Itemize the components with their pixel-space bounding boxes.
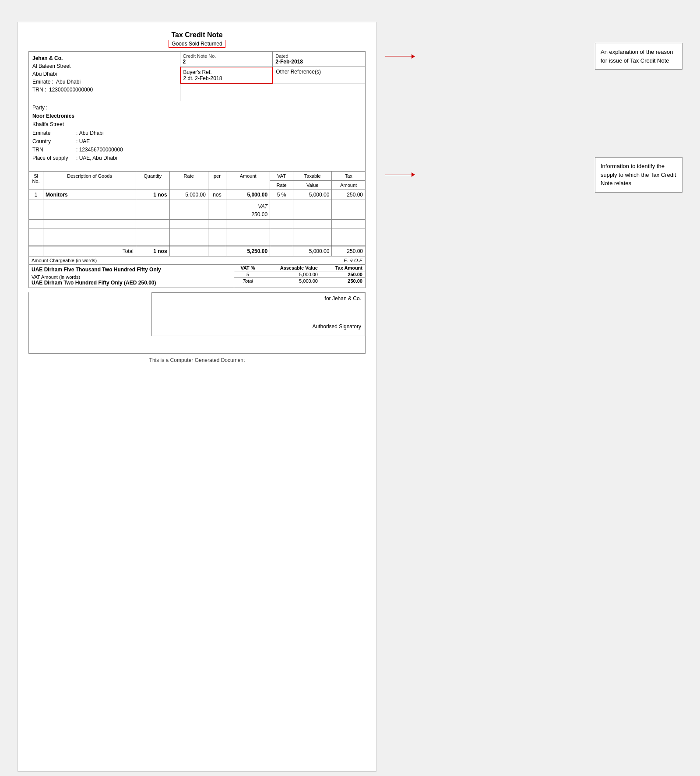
arrowhead-1 <box>412 54 415 59</box>
tax-summary-header: VAT % Assesable Value Tax Amount <box>234 265 365 271</box>
party-section: Party : Noor Electronics Khalifa Street … <box>28 101 366 171</box>
tax-row-vat-pct: 5 <box>234 271 261 277</box>
th-tax-amount-sum: Tax Amount <box>320 265 365 271</box>
th-taxable-2: Value <box>293 181 332 190</box>
subtitle-box: Goods Sold Returned <box>169 40 225 48</box>
th-assessable-value: Assesable Value <box>261 265 320 271</box>
content-area: Tax Credit Note Goods Sold Returned Jeha… <box>18 22 682 772</box>
table-row: 1 Monitors 1 nos 5,000.00 nos 5,000.00 5… <box>29 190 366 200</box>
tax-summary-row: 5 5,000.00 250.00 <box>234 271 365 277</box>
th-rate: Rate <box>169 172 208 190</box>
annotation-box-1: An explanation of the reason for issue o… <box>595 43 682 70</box>
party-trn-row: TRN : 123456700000000 <box>32 146 362 154</box>
total-amount: 5,250.00 <box>226 246 270 256</box>
total-row: Total 1 nos 5,250.00 5,000.00 250.00 <box>29 246 366 256</box>
total-taxable: 5,000.00 <box>293 246 332 256</box>
arrowhead-2 <box>412 172 415 177</box>
cn-other-ref-value <box>276 75 362 81</box>
vat-amount-label: VAT Amount (in words) <box>32 274 231 280</box>
seller-info: Jehan & Co. Al Bateen Street Abu Dhabi E… <box>29 52 180 101</box>
vat-label-cell: VAT 250.00 <box>226 200 270 220</box>
cn-top-row: Credit Note No. 2 Dated 2-Feb-2018 <box>180 52 365 67</box>
th-taxable: Taxable <box>293 172 332 181</box>
footer-words-section: UAE Dirham Five Thousand Two Hundred Fif… <box>29 265 234 288</box>
cn-dated-field: Dated 2-Feb-2018 <box>273 52 365 67</box>
th-vat-pct: VAT % <box>234 265 261 271</box>
party-trn-value: 123456700000000 <box>79 146 362 154</box>
page-wrapper: Tax Credit Note Goods Sold Returned Jeha… <box>9 9 691 776</box>
authorised-signatory: Authorised Signatory <box>155 323 361 330</box>
arrow-line-1 <box>385 56 412 56</box>
item-amount: 5,000.00 <box>226 190 270 200</box>
items-table: SlNo. Description of Goods Quantity Rate… <box>28 171 366 256</box>
party-country-label: Country <box>32 137 76 146</box>
spacer-row-1 <box>29 220 366 228</box>
party-name: Noor Electronics <box>32 112 362 120</box>
annotation-2-row: Information to identify the supply to wh… <box>385 157 682 193</box>
item-per: nos <box>208 190 226 200</box>
annotations-area: An explanation of the reason for issue o… <box>385 22 682 772</box>
seller-name: Jehan & Co. <box>32 54 176 62</box>
footer-main-row: UAE Dirham Five Thousand Two Hundred Fif… <box>29 265 365 288</box>
header-section: Jehan & Co. Al Bateen Street Abu Dhabi E… <box>28 51 366 101</box>
party-country-row: Country : UAE <box>32 137 362 146</box>
th-quantity: Quantity <box>136 172 170 190</box>
eoe-label: E. & O.E <box>344 258 362 263</box>
party-emirate-label: Emirate <box>32 129 76 137</box>
cn-other-ref-field: Other Reference(s) <box>273 67 365 84</box>
th-vat-rate-2: Rate <box>270 181 293 190</box>
arrow-1 <box>385 54 595 59</box>
item-rate: 5,000.00 <box>169 190 208 200</box>
cn-number-value: 2 <box>183 59 270 65</box>
cn-buyer-ref-value: 2 dt. 2-Feb-2018 <box>183 75 270 81</box>
party-country-value: UAE <box>79 137 362 146</box>
party-trn-label: TRN <box>32 146 76 154</box>
total-label: Total <box>43 246 136 256</box>
th-tax-amount-2: Amount <box>332 181 366 190</box>
total-quantity: 1 nos <box>136 246 170 256</box>
th-description: Description of Goods <box>43 172 136 190</box>
cn-dated-label: Dated <box>275 53 362 59</box>
seller-city: Abu Dhabi <box>32 70 176 78</box>
spacer-row-3 <box>29 237 366 246</box>
signature-for: for Jehan & Co. <box>155 295 361 302</box>
tax-total-tax-amount: 250.00 <box>320 277 365 284</box>
amount-chargeable-words: UAE Dirham Five Thousand Two Hundred Fif… <box>32 267 231 273</box>
document-subtitle: Goods Sold Returned <box>28 40 366 48</box>
cn-bottom-row: Buyer's Ref. 2 dt. 2-Feb-2018 Other Refe… <box>180 67 365 84</box>
arrow-2 <box>385 172 595 177</box>
document-container: Tax Credit Note Goods Sold Returned Jeha… <box>18 22 376 772</box>
th-per: per <box>208 172 226 190</box>
th-vat-rate: VAT <box>270 172 293 181</box>
party-pos-value: UAE, Abu Dhabi <box>79 154 362 162</box>
seller-street: Al Bateen Street <box>32 62 176 70</box>
seller-emirate: Emirate : Abu Dhabi <box>32 78 176 86</box>
annotation-text-2: Information to identify the supply to wh… <box>601 163 676 186</box>
tax-total-label: Total <box>234 277 261 284</box>
th-tax-amount: Tax <box>332 172 366 181</box>
annotation-1-row: An explanation of the reason for issue o… <box>385 43 682 70</box>
signature-box: for Jehan & Co. Authorised Signatory <box>151 292 365 336</box>
footer-section: Amount Chargeable (in words) E. & O.E UA… <box>28 256 366 288</box>
cn-buyer-ref-label: Buyer's Ref. <box>183 69 270 75</box>
cn-buyer-ref-field: Buyer's Ref. 2 dt. 2-Feb-2018 <box>180 67 273 84</box>
item-vat-rate: 5 % <box>270 190 293 200</box>
tax-row-tax-amount: 250.00 <box>320 271 365 277</box>
table-header-row: SlNo. Description of Goods Quantity Rate… <box>29 172 366 181</box>
party-pos-row: Place of supply : UAE, Abu Dhabi <box>32 154 362 162</box>
vat-row: VAT 250.00 <box>29 200 366 220</box>
cn-extra-space <box>180 84 365 101</box>
tax-row-assessable: 5,000.00 <box>261 271 320 277</box>
credit-note-info: Credit Note No. 2 Dated 2-Feb-2018 Buyer… <box>180 52 365 101</box>
tax-summary-total-row: Total 5,000.00 250.00 <box>234 277 365 284</box>
party-street: Khalifa Street <box>32 120 362 129</box>
signature-area: for Jehan & Co. Authorised Signatory <box>28 292 366 354</box>
party-label: Party : <box>32 104 362 112</box>
cn-other-ref-label: Other Reference(s) <box>276 69 362 75</box>
arrow-line-2 <box>385 175 412 175</box>
computer-generated-note: This is a Computer Generated Document <box>28 354 366 367</box>
cn-number-label: Credit Note No. <box>183 53 270 59</box>
th-sl: SlNo. <box>29 172 43 190</box>
tax-summary-section: VAT % Assesable Value Tax Amount 5 5,000… <box>234 265 365 288</box>
item-taxable-value: 5,000.00 <box>293 190 332 200</box>
